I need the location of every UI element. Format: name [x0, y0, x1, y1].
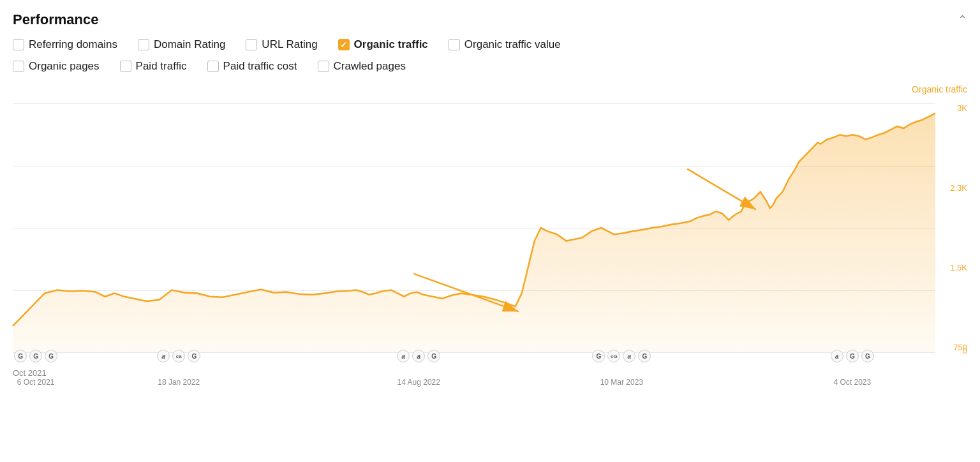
checkbox-label-paid-traffic: Paid traffic — [136, 60, 187, 73]
g-icon: G — [29, 350, 42, 362]
oct-label: Oct 2021 — [13, 368, 47, 378]
checkbox-box-organic-pages — [13, 61, 24, 72]
g-icon: G — [846, 350, 859, 362]
ca-icon: cG — [607, 350, 620, 362]
a-icon: a — [412, 350, 425, 362]
header-row: Performance ⌃ — [13, 11, 967, 28]
checkbox-box-referring-domains — [13, 39, 24, 50]
g-icon: G — [14, 350, 27, 362]
chart-inner: G G G a ca G a a G G cG a — [13, 103, 935, 352]
checkbox-box-url-rating — [246, 39, 257, 50]
a-icon: a — [157, 350, 170, 362]
chart-area: Organic traffic — [13, 84, 967, 378]
checkbox-organic-pages[interactable]: Organic pages — [13, 60, 100, 73]
y-label-zero: 0 — [963, 346, 967, 355]
x-label-mar2023: 10 Mar 2023 — [600, 378, 643, 387]
google-icons-mar2023: G cG a G — [591, 350, 651, 362]
google-icons-jan2022: a ca G — [156, 350, 201, 362]
svg-line-1 — [687, 169, 756, 210]
checkbox-label-crawled-pages: Crawled pages — [334, 60, 406, 73]
checkbox-box-organic-traffic-value — [449, 39, 460, 50]
checkbox-label-paid-traffic-cost: Paid traffic cost — [223, 60, 297, 73]
checkbox-label-referring-domains: Referring domains — [29, 38, 117, 51]
checkbox-referring-domains[interactable]: Referring domains — [13, 38, 117, 51]
chart-svg — [13, 103, 935, 352]
chart-y-axis-label: Organic traffic — [912, 84, 967, 94]
checkbox-box-organic-traffic — [338, 39, 350, 50]
checkbox-label-organic-traffic-value: Organic traffic value — [464, 38, 561, 51]
x-label-oct2021: 6 Oct 2021 — [17, 378, 55, 387]
y-axis-labels: 3K 2.3K 1.5K 750 — [940, 103, 967, 352]
checkbox-label-organic-traffic: Organic traffic — [354, 38, 428, 51]
checkbox-label-url-rating: URL Rating — [262, 38, 317, 51]
checkbox-label-domain-rating: Domain Rating — [154, 38, 225, 51]
checkbox-crawled-pages[interactable]: Crawled pages — [318, 60, 406, 73]
g-icon: G — [861, 350, 874, 362]
x-axis: G G G a ca G a a G G cG a — [13, 354, 935, 376]
checkbox-label-organic-pages: Organic pages — [29, 60, 100, 73]
checkbox-box-crawled-pages — [318, 61, 329, 72]
g-icon: G — [45, 350, 57, 362]
g-icon: G — [188, 350, 200, 362]
checkbox-paid-traffic-cost[interactable]: Paid traffic cost — [207, 60, 297, 73]
checkboxes-row1: Referring domainsDomain RatingURL Rating… — [13, 38, 967, 57]
x-label-jan2022: 18 Jan 2022 — [158, 378, 200, 387]
a-icon: a — [397, 350, 410, 362]
a-icon: a — [623, 350, 635, 362]
y-label-3k: 3K — [940, 103, 967, 113]
checkbox-box-paid-traffic — [120, 61, 131, 72]
collapse-button[interactable]: ⌃ — [958, 13, 967, 27]
google-icons-oct2023: a G G — [830, 350, 875, 362]
a-icon: a — [831, 350, 843, 362]
panel-title: Performance — [13, 11, 99, 28]
g-icon: G — [427, 350, 440, 362]
ca-icon: ca — [172, 350, 185, 362]
grid-line-bottom — [13, 352, 935, 353]
x-label-oct2023: 4 Oct 2023 — [834, 378, 872, 387]
google-icons-aug2022: a a G — [396, 350, 441, 362]
checkbox-box-domain-rating — [138, 39, 149, 50]
google-icons-oct2021: G G G — [13, 350, 58, 362]
performance-panel: Performance ⌃ Referring domainsDomain Ra… — [0, 0, 980, 378]
checkbox-paid-traffic[interactable]: Paid traffic — [120, 60, 187, 73]
checkboxes-row2: Organic pagesPaid trafficPaid traffic co… — [13, 60, 967, 79]
checkbox-domain-rating[interactable]: Domain Rating — [138, 38, 225, 51]
y-label-23k: 2.3K — [940, 183, 967, 193]
y-label-15k: 1.5K — [940, 263, 967, 272]
checkbox-organic-traffic[interactable]: Organic traffic — [338, 38, 428, 51]
x-label-aug2022: 14 Aug 2022 — [397, 378, 440, 387]
g-icon: G — [592, 350, 605, 362]
checkbox-organic-traffic-value[interactable]: Organic traffic value — [449, 38, 561, 51]
checkbox-url-rating[interactable]: URL Rating — [246, 38, 317, 51]
checkbox-box-paid-traffic-cost — [207, 61, 219, 72]
g-icon: G — [638, 350, 651, 362]
